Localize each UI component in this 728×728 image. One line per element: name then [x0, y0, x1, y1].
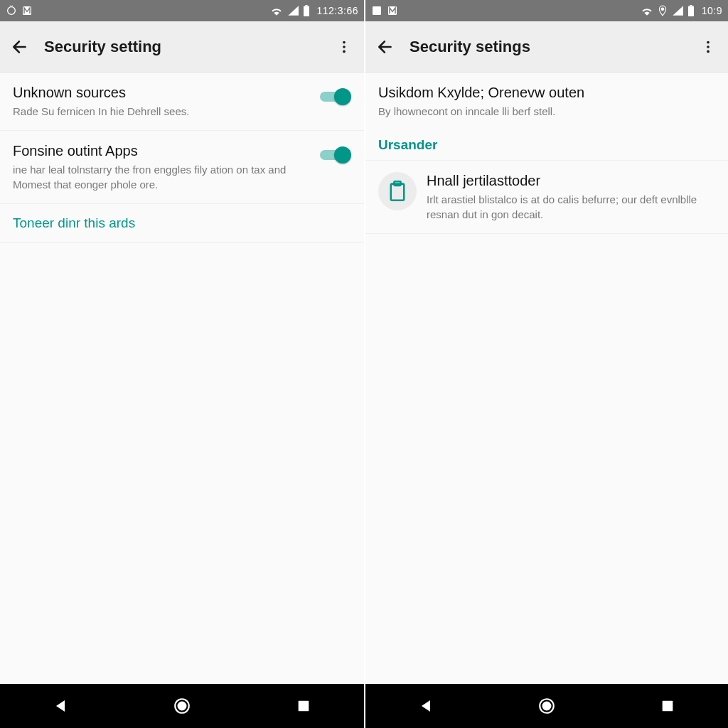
svg-rect-3 [305, 5, 307, 6]
phone-right: 10:9 Security setings Usikdom Kxylde; Or… [364, 0, 728, 728]
battery-icon [303, 5, 310, 16]
section-header-ursander: Ursander [365, 127, 728, 161]
svg-rect-10 [373, 6, 381, 15]
setting-title: Usikdom Kxylde; Orenevw outen [378, 84, 715, 102]
svg-point-16 [707, 46, 710, 48]
app-bar: Security setings [365, 21, 728, 73]
m-box-icon [21, 5, 33, 16]
phone-left: 112:3:66 Security setting Unknown source… [0, 0, 364, 728]
toggle-fonsine-apps[interactable] [320, 146, 351, 164]
section-link-toneer[interactable]: Toneer dinr this ards [0, 204, 364, 243]
signal-icon [287, 6, 299, 16]
svg-rect-9 [298, 701, 309, 712]
battery-icon [687, 5, 695, 16]
nav-home-button[interactable] [532, 692, 561, 720]
overflow-menu-button[interactable] [697, 36, 719, 58]
settings-list: Usikdom Kxylde; Orenevw outen By lhownec… [365, 73, 728, 684]
overflow-menu-button[interactable] [333, 36, 355, 58]
setting-row-fonsine-apps[interactable]: Fonsine outint Apps ine har leal tolnsta… [0, 131, 364, 204]
status-bar: 10:9 [365, 0, 728, 21]
setting-subtitle: Irlt arastiel blistalco is at do calis b… [427, 193, 715, 222]
setting-subtitle: By lhownecont on inncale lli berf stell. [378, 105, 715, 119]
setting-title: Unknown sources [13, 84, 310, 102]
page-title: Security setting [44, 38, 320, 56]
toggle-unknown-sources[interactable] [320, 88, 351, 105]
setting-title: Fonsine outint Apps [13, 142, 310, 160]
svg-point-12 [661, 8, 663, 10]
nav-recent-button[interactable] [289, 692, 318, 720]
status-bar: 112:3:66 [0, 0, 364, 21]
svg-point-8 [178, 702, 186, 710]
setting-title: Hnall jertilasttoder [427, 172, 715, 190]
nav-bar [365, 684, 728, 728]
back-button[interactable] [9, 36, 31, 58]
status-time: 112:3:66 [317, 5, 359, 16]
svg-point-4 [343, 41, 346, 43]
nav-bar [0, 684, 364, 728]
m-box-icon [387, 5, 398, 16]
svg-rect-22 [663, 701, 673, 712]
settings-list: Unknown sources Rade Su fernicen In hie … [0, 73, 364, 684]
svg-rect-13 [688, 6, 694, 16]
svg-point-21 [543, 702, 551, 710]
wifi-icon [270, 6, 283, 16]
setting-row-unknown-sources[interactable]: Unknown sources Rade Su fernicen In hie … [0, 73, 364, 131]
setting-subtitle: ine har leal tolnstarry the fron enggles… [13, 163, 310, 192]
svg-point-15 [707, 41, 710, 43]
app-bar: Security setting [0, 21, 364, 73]
svg-point-6 [343, 50, 346, 53]
svg-rect-14 [690, 5, 692, 6]
svg-point-5 [343, 46, 346, 48]
nav-recent-button[interactable] [653, 692, 682, 720]
section-header-label: Ursander [378, 137, 437, 152]
page-title: Security setings [410, 38, 684, 56]
setting-row-header[interactable]: Usikdom Kxylde; Orenevw outen By lhownec… [365, 73, 728, 127]
nav-back-button[interactable] [46, 692, 75, 720]
wifi-icon [641, 6, 653, 16]
svg-point-0 [8, 7, 16, 15]
setting-row-hnall[interactable]: Hnall jertilasttoder Irlt arastiel blist… [365, 161, 728, 234]
nav-back-button[interactable] [412, 692, 440, 720]
svg-point-17 [707, 50, 710, 53]
sim-box-icon [371, 5, 382, 16]
loop-icon [6, 5, 17, 16]
clipboard-icon [378, 172, 417, 210]
setting-subtitle: Rade Su fernicen In hie Dehrell sees. [13, 105, 310, 119]
section-link-label: Toneer dinr this ards [13, 215, 135, 230]
nav-home-button[interactable] [168, 692, 196, 720]
svg-rect-2 [304, 6, 309, 16]
signal-icon [672, 6, 683, 16]
back-button[interactable] [374, 36, 397, 58]
status-time: 10:9 [702, 5, 722, 16]
location-icon [658, 5, 668, 16]
